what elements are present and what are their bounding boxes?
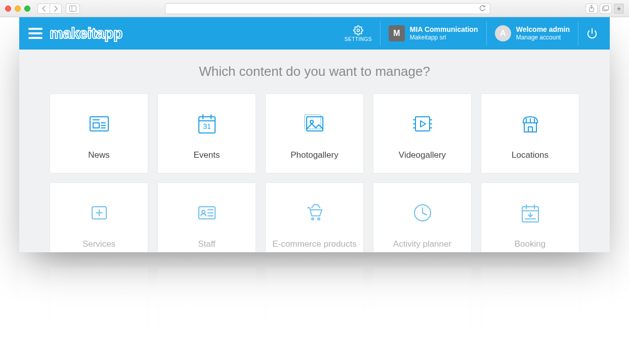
booking-icon bbox=[517, 200, 543, 226]
svg-rect-0 bbox=[70, 6, 76, 11]
card-photogallery[interactable]: Photogallery bbox=[265, 94, 364, 173]
url-bar[interactable] bbox=[165, 3, 490, 14]
card-label: Photogallery bbox=[290, 150, 339, 160]
card-label: Videogallery bbox=[399, 150, 446, 160]
app-logo[interactable]: makeitapp bbox=[50, 25, 122, 42]
svg-rect-9 bbox=[93, 123, 99, 128]
card-label: Activity planner bbox=[393, 239, 451, 249]
card-label: Locations bbox=[512, 150, 549, 160]
content-grid: News31EventsPhotogalleryVideogalleryLoca… bbox=[50, 94, 579, 252]
page-title: Which content do you want to manage? bbox=[50, 64, 579, 79]
power-icon bbox=[586, 28, 598, 39]
services-icon bbox=[86, 200, 112, 226]
close-window-button[interactable] bbox=[5, 6, 11, 12]
share-button[interactable] bbox=[585, 4, 598, 14]
manage-account-link: Manage account bbox=[516, 34, 570, 41]
staff-icon bbox=[194, 200, 220, 226]
maximize-window-button[interactable] bbox=[24, 6, 30, 12]
user-avatar: A bbox=[495, 25, 511, 41]
forward-button[interactable] bbox=[50, 4, 62, 14]
org-name: MIA Communication bbox=[410, 25, 478, 34]
minimize-window-button[interactable] bbox=[15, 6, 21, 12]
card-ecommerce[interactable]: E-commerce products bbox=[265, 183, 364, 252]
activity-icon bbox=[409, 200, 436, 226]
reflection-decoration bbox=[19, 252, 610, 363]
card-label: Booking bbox=[515, 239, 546, 249]
organization-switcher[interactable]: M MIA Communication Makeitapp srl bbox=[381, 21, 487, 46]
card-label: Staff bbox=[198, 239, 216, 249]
news-icon bbox=[86, 111, 112, 137]
tabs-button[interactable] bbox=[600, 4, 612, 14]
app-window: makeitapp SETTINGS M MIA Communication M… bbox=[19, 17, 610, 252]
menu-button[interactable] bbox=[28, 28, 43, 39]
card-label: Events bbox=[194, 150, 220, 160]
svg-point-5 bbox=[357, 29, 359, 31]
logout-button[interactable] bbox=[578, 21, 601, 46]
gear-icon bbox=[353, 25, 363, 35]
card-booking[interactable]: Booking bbox=[481, 183, 579, 252]
sidebar-toggle-button[interactable] bbox=[66, 4, 80, 14]
settings-button[interactable]: SETTINGS bbox=[337, 21, 381, 46]
browser-toolbar: + bbox=[0, 0, 629, 17]
org-sub: Makeitapp srl bbox=[410, 34, 478, 41]
events-icon: 31 bbox=[194, 111, 220, 137]
app-topbar: makeitapp SETTINGS M MIA Communication M… bbox=[19, 17, 610, 50]
locations-icon bbox=[517, 111, 543, 137]
new-tab-button[interactable]: + bbox=[614, 4, 624, 14]
back-button[interactable] bbox=[37, 4, 50, 14]
card-label: News bbox=[88, 150, 110, 160]
card-services[interactable]: Services bbox=[50, 183, 148, 252]
svg-rect-21 bbox=[415, 117, 430, 131]
photogallery-icon bbox=[302, 111, 328, 137]
card-news[interactable]: News bbox=[50, 94, 148, 173]
card-events[interactable]: 31Events bbox=[157, 94, 256, 173]
window-controls bbox=[5, 6, 30, 12]
main-content: Which content do you want to manage? New… bbox=[19, 50, 610, 252]
account-menu[interactable]: A Welcome admin Manage account bbox=[487, 21, 578, 46]
org-avatar: M bbox=[389, 25, 405, 41]
svg-point-42 bbox=[318, 218, 320, 220]
svg-point-41 bbox=[312, 218, 314, 220]
reload-icon[interactable] bbox=[479, 5, 486, 12]
svg-point-37 bbox=[202, 210, 205, 213]
welcome-text: Welcome admin bbox=[516, 25, 570, 34]
svg-line-45 bbox=[423, 213, 427, 215]
ecommerce-icon bbox=[302, 200, 328, 226]
settings-label: SETTINGS bbox=[345, 36, 372, 42]
videogallery-icon bbox=[409, 111, 436, 137]
svg-point-19 bbox=[310, 120, 313, 123]
svg-rect-32 bbox=[528, 127, 532, 132]
card-locations[interactable]: Locations bbox=[481, 94, 579, 173]
card-label: E-commerce products bbox=[272, 239, 356, 249]
card-staff[interactable]: Staff bbox=[157, 183, 256, 252]
card-label: Services bbox=[82, 239, 115, 249]
card-videogallery[interactable]: Videogallery bbox=[373, 94, 472, 173]
svg-text:31: 31 bbox=[203, 122, 211, 130]
card-activity[interactable]: Activity planner bbox=[373, 183, 472, 252]
svg-rect-4 bbox=[604, 6, 609, 10]
